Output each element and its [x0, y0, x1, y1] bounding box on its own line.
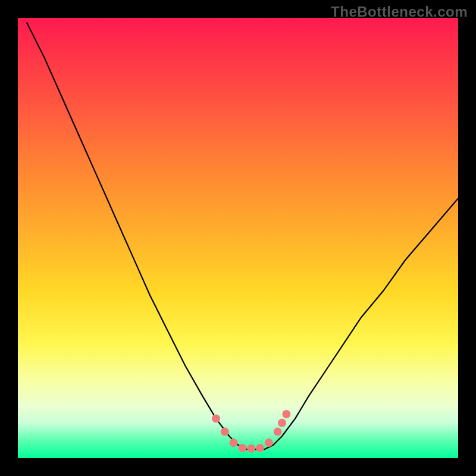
- plot-area: [18, 18, 458, 458]
- trough-marker: [247, 444, 255, 453]
- bottleneck-curve: [27, 22, 458, 449]
- trough-markers: [212, 410, 290, 453]
- trough-marker: [230, 439, 238, 447]
- trough-marker: [265, 439, 273, 447]
- watermark-text: TheBottleneck.com: [331, 4, 468, 20]
- trough-marker: [274, 428, 282, 436]
- trough-marker: [278, 419, 286, 427]
- trough-marker: [282, 410, 290, 418]
- trough-marker: [212, 414, 220, 422]
- trough-marker: [221, 428, 229, 436]
- trough-marker: [238, 444, 246, 452]
- trough-marker: [256, 444, 264, 452]
- curve-svg: [18, 18, 458, 458]
- chart-frame: TheBottleneck.com: [0, 0, 476, 476]
